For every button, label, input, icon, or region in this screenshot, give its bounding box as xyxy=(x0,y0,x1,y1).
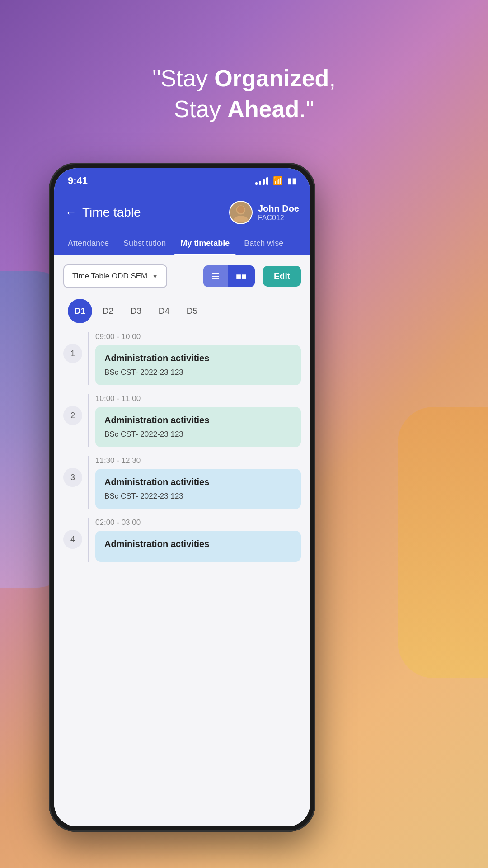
user-name: John Doe xyxy=(258,203,299,214)
slot-time-4: 02:00 - 03:00 xyxy=(95,518,301,527)
slot-card-4[interactable]: Administration activities xyxy=(95,531,301,562)
slot-content-3: 11:30 - 12:30 Administration activities … xyxy=(88,456,301,509)
list-view-button[interactable]: ☰ xyxy=(203,265,228,287)
tab-attendance[interactable]: Attendance xyxy=(61,233,115,255)
signal-bar-1 xyxy=(255,182,258,185)
slot-subtitle-1: BSc CST- 2022-23 123 xyxy=(104,368,292,377)
slot-card-1[interactable]: Administration activities BSc CST- 2022-… xyxy=(95,345,301,385)
slot-title-4: Administration activities xyxy=(104,539,292,549)
view-toggle: ☰ ■■ xyxy=(203,265,255,287)
user-info: John Doe FAC012 xyxy=(258,203,299,222)
grid-view-button[interactable]: ■■ xyxy=(228,265,255,287)
slot-subtitle-2: BSc CST- 2022-23 123 xyxy=(104,430,292,439)
slot-number-2: 2 xyxy=(63,406,82,425)
toolbar-right: ☰ ■■ Edit xyxy=(203,265,301,287)
signal-bar-4 xyxy=(266,177,268,185)
edit-button[interactable]: Edit xyxy=(263,266,301,287)
slot-time-2: 10:00 - 11:00 xyxy=(95,394,301,403)
slot-content-4: 02:00 - 03:00 Administration activities xyxy=(88,518,301,562)
day-tab-d5[interactable]: D5 xyxy=(180,299,204,323)
tagline: "Stay Organized, Stay Ahead." xyxy=(0,63,488,124)
signal-bar-3 xyxy=(263,179,265,185)
status-time: 9:41 xyxy=(68,175,88,187)
slot-time-3: 11:30 - 12:30 xyxy=(95,456,301,465)
day-tab-d3[interactable]: D3 xyxy=(124,299,148,323)
slot-number-4: 4 xyxy=(63,530,82,549)
tagline-bold1: Organized xyxy=(214,65,329,91)
slot-subtitle-3: BSc CST- 2022-23 123 xyxy=(104,492,292,501)
day-tabs: D1 D2 D3 D4 D5 xyxy=(63,299,301,323)
phone-screen: 9:41 📶 ▮▮ ← Time table xyxy=(54,168,310,826)
slot-content-2: 10:00 - 11:00 Administration activities … xyxy=(88,394,301,447)
slot-time-1: 09:00 - 10:00 xyxy=(95,332,301,341)
day-tab-d2[interactable]: D2 xyxy=(96,299,120,323)
toolbar-row: Time Table ODD SEM ▼ ☰ ■■ Edit xyxy=(63,264,301,288)
slot-row-2: 2 10:00 - 11:00 Administration activitie… xyxy=(63,394,301,447)
slot-content-1: 09:00 - 10:00 Administration activities … xyxy=(88,332,301,385)
timetable-dropdown[interactable]: Time Table ODD SEM ▼ xyxy=(63,264,167,288)
slot-card-2[interactable]: Administration activities BSc CST- 2022-… xyxy=(95,407,301,447)
phone-frame: 9:41 📶 ▮▮ ← Time table xyxy=(49,163,315,832)
slot-row-1: 1 09:00 - 10:00 Administration activitie… xyxy=(63,332,301,385)
day-tab-d1[interactable]: D1 xyxy=(68,299,92,323)
back-button[interactable]: ← xyxy=(65,206,77,220)
slot-number-3: 3 xyxy=(63,468,82,487)
chevron-down-icon: ▼ xyxy=(152,273,158,280)
avatar xyxy=(229,201,253,224)
battery-icon: ▮▮ xyxy=(287,176,296,186)
tab-substitution[interactable]: Substitution xyxy=(117,233,172,255)
signal-bar-2 xyxy=(259,181,261,185)
signal-icon xyxy=(255,177,268,185)
slot-title-2: Administration activities xyxy=(104,415,292,425)
day-tab-d4[interactable]: D4 xyxy=(152,299,176,323)
tagline-bold2: Ahead xyxy=(227,96,299,122)
dropdown-label: Time Table ODD SEM xyxy=(72,272,147,281)
slot-number-1: 1 xyxy=(63,344,82,363)
bg-right-accent xyxy=(398,407,488,678)
tab-navigation: Attendance Substitution My timetable Bat… xyxy=(54,233,310,255)
status-icons: 📶 ▮▮ xyxy=(255,176,296,186)
header-left: ← Time table xyxy=(65,205,141,220)
header-right: John Doe FAC012 xyxy=(229,201,299,224)
app-header: ← Time table John Doe FAC012 xyxy=(54,193,310,233)
wifi-icon: 📶 xyxy=(273,176,283,186)
page-title: Time table xyxy=(82,205,141,220)
slot-row-4: 4 02:00 - 03:00 Administration activitie… xyxy=(63,518,301,562)
user-id: FAC012 xyxy=(258,214,299,222)
svg-point-2 xyxy=(237,206,245,213)
slot-row-3: 3 11:30 - 12:30 Administration activitie… xyxy=(63,456,301,509)
slot-title-1: Administration activities xyxy=(104,353,292,363)
slot-card-3[interactable]: Administration activities BSc CST- 2022-… xyxy=(95,469,301,509)
content-area: Time Table ODD SEM ▼ ☰ ■■ Edit D1 D2 D3 … xyxy=(54,255,310,826)
status-bar: 9:41 📶 ▮▮ xyxy=(54,168,310,193)
tab-my-timetable[interactable]: My timetable xyxy=(174,233,236,255)
tab-batch-wise[interactable]: Batch wise xyxy=(238,233,290,255)
slot-title-3: Administration activities xyxy=(104,477,292,487)
